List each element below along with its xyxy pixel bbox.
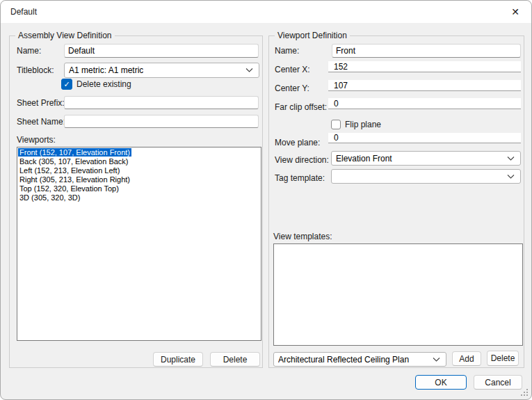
chevron-down-icon	[245, 68, 253, 72]
assembly-group-legend: Assembly View Definition	[15, 31, 115, 40]
assembly-name-label: Name:	[17, 46, 41, 56]
tag-template-select[interactable]	[331, 169, 521, 184]
view-template-select[interactable]: Architectural Reflected Ceiling Plan	[273, 352, 446, 367]
delete-button-label: Delete	[223, 355, 248, 365]
delete-existing-label: Delete existing	[76, 79, 131, 89]
sheet-name-input[interactable]	[64, 115, 259, 128]
assembly-name-input[interactable]	[64, 44, 259, 58]
add-template-button[interactable]: Add	[452, 351, 481, 366]
resize-grip-icon[interactable]	[520, 388, 529, 397]
titlebar: Default ✕	[1, 1, 531, 23]
list-item[interactable]: Back (305, 107, Elevation Back)	[17, 157, 261, 166]
window-title: Default	[10, 1, 37, 23]
chevron-down-icon	[507, 157, 515, 161]
view-templates-label: View templates:	[273, 232, 332, 241]
tag-template-label: Tag template:	[275, 173, 325, 183]
list-item[interactable]: Front (152, 107, Elevation Front)	[17, 148, 261, 157]
list-item[interactable]: 3D (305, 320, 3D)	[17, 193, 261, 202]
move-plane-input[interactable]	[328, 133, 521, 143]
move-plane-label: Move plane:	[275, 138, 320, 147]
view-templates-listbox[interactable]	[273, 243, 523, 346]
view-template-value: Architectural Reflected Ceiling Plan	[278, 355, 409, 365]
chevron-down-icon	[507, 175, 515, 179]
list-item[interactable]: Top (152, 320, Elevation Top)	[17, 184, 261, 193]
ok-button[interactable]: OK	[415, 375, 467, 390]
delete-existing-checkbox[interactable]: ✓	[61, 79, 72, 90]
titleblock-select[interactable]: A1 metric: A1 metric	[64, 63, 259, 78]
flip-plane-checkbox[interactable]	[331, 120, 341, 129]
viewports-listbox[interactable]: Front (152, 107, Elevation Front)Back (3…	[17, 147, 261, 341]
cancel-button-label: Cancel	[485, 378, 510, 387]
sheet-prefix-label: Sheet Prefix:	[17, 98, 65, 108]
far-clip-offset-input[interactable]	[328, 98, 521, 109]
titleblock-label: Titleblock:	[17, 65, 54, 75]
center-x-label: Center X:	[275, 65, 310, 74]
assembly-view-definition-group: Assembly View Definition Name: Titlebloc…	[9, 35, 263, 368]
close-button[interactable]: ✕	[499, 1, 531, 23]
list-item[interactable]: Left (152, 213, Elevation Left)	[17, 166, 261, 175]
far-clip-offset-label: Far clip offset:	[275, 102, 327, 112]
chevron-down-icon	[433, 358, 440, 362]
close-icon: ✕	[511, 6, 519, 17]
delete-template-button[interactable]: Delete	[487, 351, 519, 366]
center-y-input[interactable]	[328, 80, 521, 91]
dialog-window: Default ✕ Assembly View Definition Name:…	[0, 0, 532, 400]
duplicate-button[interactable]: Duplicate	[153, 352, 203, 367]
titleblock-value: A1 metric: A1 metric	[69, 65, 143, 75]
viewport-name-input[interactable]	[332, 44, 521, 58]
sheet-name-label: Sheet Name:	[17, 117, 65, 127]
add-button-label: Add	[459, 354, 474, 364]
check-icon: ✓	[63, 81, 70, 88]
ok-button-label: OK	[435, 378, 446, 387]
viewport-definition-group: Viewport Definition Name: Center X: Cent…	[268, 35, 524, 368]
delete-viewport-button[interactable]: Delete	[210, 352, 260, 367]
list-item[interactable]: Right (305, 213, Elevation Right)	[17, 175, 261, 184]
center-y-label: Center Y:	[275, 83, 309, 93]
cancel-button[interactable]: Cancel	[474, 375, 522, 390]
sheet-prefix-input[interactable]	[64, 96, 259, 109]
flip-plane-label: Flip plane	[345, 120, 381, 129]
view-direction-select[interactable]: Elevation Front	[331, 151, 521, 166]
duplicate-button-label: Duplicate	[161, 355, 195, 365]
view-direction-value: Elevation Front	[336, 154, 392, 163]
viewports-label: Viewports:	[17, 135, 56, 145]
view-direction-label: View direction:	[275, 155, 329, 165]
viewport-name-label: Name:	[275, 46, 299, 56]
center-x-input[interactable]	[328, 61, 521, 72]
delete-template-button-label: Delete	[491, 353, 515, 363]
viewport-group-legend: Viewport Definition	[275, 31, 350, 40]
